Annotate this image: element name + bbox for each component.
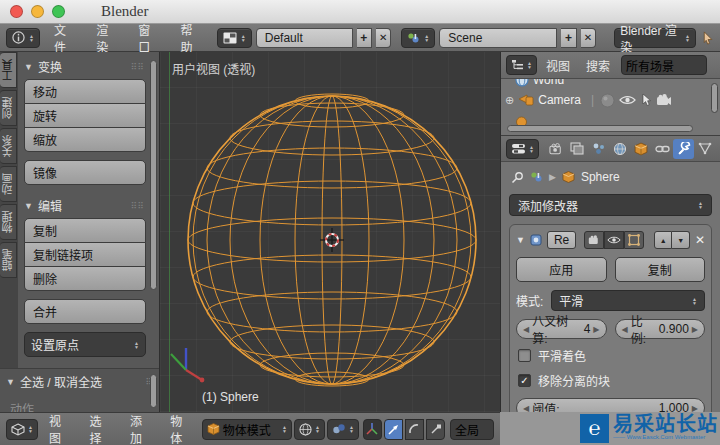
set-origin-dropdown[interactable]: 设置原点 ▲▼ xyxy=(24,332,146,357)
expand-icon[interactable]: ⊕ xyxy=(505,94,514,107)
editor-type-3dview-button[interactable]: ▲▼ xyxy=(6,419,38,440)
manipulator-translate-button[interactable] xyxy=(384,419,403,440)
modifier-move-up-button[interactable]: ▲ xyxy=(654,231,672,249)
pin-icon[interactable] xyxy=(511,171,524,184)
layout-delete-button[interactable]: ✕ xyxy=(376,28,391,48)
modifier-visibility-toggle[interactable] xyxy=(604,231,624,249)
mirror-button[interactable]: 镜像 xyxy=(24,160,146,185)
layout-name-field[interactable]: Default xyxy=(256,28,353,48)
renderable-camera-icon[interactable] xyxy=(656,94,672,106)
viewport-shading-dropdown[interactable]: ▲▼ xyxy=(294,419,325,440)
tab-grease-pencil[interactable]: 蜡笔 xyxy=(0,242,17,278)
transform-panel-header[interactable]: ▼ 变换 ⠿⠿ xyxy=(18,52,152,79)
object-crumb-icon[interactable] xyxy=(562,171,575,183)
slider-left-arrow-icon[interactable]: ◀ xyxy=(622,325,628,334)
minimize-window-icon[interactable] xyxy=(31,5,44,18)
redo-scrollbar[interactable] xyxy=(150,374,157,408)
tab-scene[interactable] xyxy=(588,139,608,159)
tab-render-layers[interactable] xyxy=(567,139,587,159)
modifier-apply-button[interactable]: 应用 xyxy=(516,257,607,282)
modifier-name-field[interactable]: Re xyxy=(547,231,576,249)
mode-dropdown[interactable]: 物体模式 ▲▼ xyxy=(202,419,292,440)
scale-slider[interactable]: ◀ 比例: 0.900 ▶ xyxy=(615,319,706,339)
remove-disconnected-option[interactable]: ✓ 移除分离的块 xyxy=(516,372,705,389)
smooth-shading-option[interactable]: 平滑着色 xyxy=(516,347,705,364)
vp-menu-select[interactable]: 选择 xyxy=(80,412,118,445)
outliner-display-filter-dropdown[interactable]: 所有场景 xyxy=(621,55,707,75)
drag-grip-icon[interactable]: ⠿⠿ xyxy=(131,62,144,72)
editor-type-info-button[interactable]: ▲▼ xyxy=(6,28,40,48)
collapse-triangle-icon[interactable]: ▼ xyxy=(516,235,525,245)
manipulator-scale-button[interactable] xyxy=(426,419,445,440)
scene-add-button[interactable]: + xyxy=(561,28,576,48)
render-engine-dropdown[interactable]: Blender 渲染 ▲▼ xyxy=(614,28,696,48)
outliner-menu-search[interactable]: 搜索 xyxy=(579,57,617,74)
outliner-menu-view[interactable]: 视图 xyxy=(539,57,577,74)
outliner-item-world[interactable]: World xyxy=(501,79,720,90)
menu-render[interactable]: 渲染 xyxy=(86,21,124,55)
tab-object[interactable] xyxy=(631,139,651,159)
modifier-move-down-button[interactable]: ▼ xyxy=(672,231,690,249)
selectable-pointer-icon[interactable] xyxy=(640,93,652,107)
checkbox-unchecked-icon[interactable] xyxy=(518,349,531,362)
slider-right-arrow-icon[interactable]: ▶ xyxy=(692,325,698,334)
manipulator-rotate-button[interactable] xyxy=(405,419,424,440)
rotate-button[interactable]: 旋转 xyxy=(24,104,146,128)
modifier-render-toggle[interactable] xyxy=(584,231,604,249)
outliner-item-camera[interactable]: ⊕ Camera | xyxy=(501,90,720,110)
scene-selector[interactable]: ▲▼ xyxy=(401,28,435,48)
add-modifier-dropdown[interactable]: 添加修改器 ▲▼ xyxy=(509,194,712,216)
modifier-copy-button[interactable]: 复制 xyxy=(615,257,706,282)
join-button[interactable]: 合并 xyxy=(24,299,146,324)
vp-menu-add[interactable]: 添加 xyxy=(121,412,159,445)
sphere-wireframe[interactable] xyxy=(160,80,500,410)
remesh-mode-dropdown[interactable]: 平滑 ▲▼ xyxy=(551,290,705,311)
octree-depth-slider[interactable]: ◀ 八叉树算: 4 ▶ xyxy=(516,319,607,339)
tab-constraints[interactable] xyxy=(652,139,672,159)
pivot-point-dropdown[interactable]: ▲▼ xyxy=(327,419,359,440)
tab-relations[interactable]: 关系 xyxy=(0,128,17,164)
menu-window[interactable]: 窗口 xyxy=(128,21,166,55)
translate-button[interactable]: 移动 xyxy=(24,79,146,104)
scene-delete-button[interactable]: ✕ xyxy=(581,28,596,48)
layout-add-button[interactable]: + xyxy=(357,28,372,48)
visibility-eye-icon[interactable] xyxy=(619,94,636,106)
vp-menu-view[interactable]: 视图 xyxy=(40,412,78,445)
editor-type-outliner-button[interactable]: ▲▼ xyxy=(506,55,537,75)
tab-animation[interactable]: 动画 xyxy=(0,166,17,202)
scale-button[interactable]: 缩放 xyxy=(24,128,146,152)
menu-file[interactable]: 文件 xyxy=(44,21,82,55)
redo-panel-header[interactable]: ▼ 全选 / 取消全选 ⠿ xyxy=(0,369,160,394)
drag-grip-icon[interactable]: ⠿⠿ xyxy=(131,201,144,211)
menu-help[interactable]: 帮助 xyxy=(171,21,209,55)
slider-left-arrow-icon[interactable]: ◀ xyxy=(523,325,529,334)
checkbox-checked-icon[interactable]: ✓ xyxy=(518,374,531,387)
viewport-3d[interactable]: 用户视图 (透视) (1) Sphere xyxy=(160,52,500,412)
modifier-editmode-toggle[interactable] xyxy=(624,231,644,249)
duplicate-linked-button[interactable]: 复制链接项 xyxy=(24,243,146,267)
edit-panel-header[interactable]: ▼ 编辑 ⠿⠿ xyxy=(18,191,152,218)
delete-button[interactable]: 删除 xyxy=(24,267,146,291)
scene-crumb-icon[interactable] xyxy=(530,171,543,183)
vp-menu-object[interactable]: 物体 xyxy=(161,412,199,445)
tab-tools[interactable]: 工具 xyxy=(0,52,17,88)
scene-name-field[interactable]: Scene xyxy=(439,28,557,48)
tab-physics[interactable]: 物理 xyxy=(0,204,17,240)
tab-object-data[interactable] xyxy=(695,139,715,159)
duplicate-button[interactable]: 复制 xyxy=(24,218,146,243)
transform-orientation-dropdown[interactable]: 全局 xyxy=(450,419,494,440)
screen-layout-selector[interactable]: ▲▼ xyxy=(217,28,252,48)
tab-modifiers[interactable] xyxy=(673,139,693,159)
outliner-vscrollbar[interactable] xyxy=(711,83,718,113)
tab-render[interactable] xyxy=(546,139,566,159)
breadcrumb-object-name[interactable]: Sphere xyxy=(581,170,620,184)
editor-type-properties-button[interactable]: ▲▼ xyxy=(506,139,539,159)
outliner-hscrollbar[interactable] xyxy=(507,125,693,132)
slider-right-arrow-icon[interactable]: ▶ xyxy=(593,325,599,334)
tab-world[interactable] xyxy=(610,139,630,159)
modifier-delete-icon[interactable]: ✕ xyxy=(695,233,705,247)
toolshelf-scrollbar[interactable] xyxy=(150,60,157,290)
close-window-icon[interactable] xyxy=(10,5,23,18)
manipulator-toggle-button[interactable] xyxy=(363,419,382,440)
tab-create[interactable]: 创建 xyxy=(0,90,17,126)
